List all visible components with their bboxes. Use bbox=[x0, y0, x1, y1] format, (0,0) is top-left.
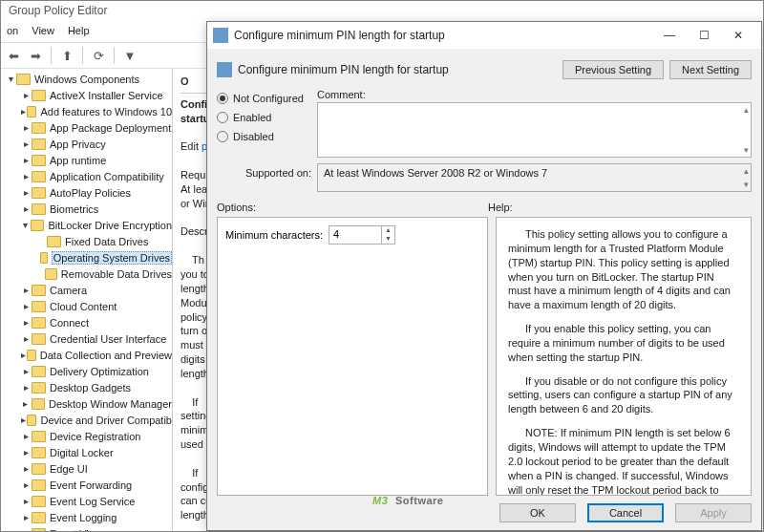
ok-button[interactable]: OK bbox=[499, 503, 576, 522]
previous-setting-button[interactable]: Previous Setting bbox=[562, 60, 664, 79]
radio-not-configured[interactable]: Not Configured bbox=[217, 93, 317, 104]
tree-item[interactable]: ▸Data Collection and Preview bbox=[1, 347, 172, 363]
menu-help[interactable]: Help bbox=[68, 25, 90, 40]
tree-bitlocker[interactable]: ▾BitLocker Drive Encryption bbox=[1, 217, 172, 233]
tree-item[interactable]: ▸Event Viewer bbox=[1, 525, 172, 531]
tree-item[interactable]: ▸Add features to Windows 10 bbox=[1, 103, 172, 119]
tree-item-selected[interactable]: Operating System Drives bbox=[1, 249, 172, 266]
help-panel: This policy setting allows you to config… bbox=[496, 217, 752, 496]
tree-item[interactable]: ▸Edge UI bbox=[1, 460, 172, 477]
tree-item[interactable]: ▸Camera bbox=[1, 282, 172, 298]
spin-up-icon[interactable]: ▲ bbox=[382, 226, 394, 235]
back-icon[interactable]: ⬅ bbox=[5, 47, 22, 64]
tree-item[interactable]: ▸App Privacy bbox=[1, 136, 172, 152]
options-panel: Minimum characters: 4 ▲▼ bbox=[217, 217, 488, 496]
maximize-button[interactable]: ☐ bbox=[687, 25, 721, 46]
tree-item[interactable]: Removable Data Drives bbox=[1, 266, 172, 282]
cancel-button[interactable]: Cancel bbox=[587, 503, 664, 522]
help-label: Help: bbox=[488, 202, 752, 213]
policy-name: Configure minimum PIN length for startup bbox=[238, 63, 562, 76]
tree-item[interactable]: ▸ActiveX Installer Service bbox=[1, 87, 172, 103]
tree-item[interactable]: ▸App runtime bbox=[1, 152, 172, 168]
minchars-value[interactable]: 4 bbox=[329, 226, 381, 244]
next-setting-button[interactable]: Next Setting bbox=[669, 60, 752, 79]
tree-item[interactable]: ▸Device and Driver Compatib bbox=[1, 412, 172, 428]
tree-item[interactable]: ▸Desktop Gadgets bbox=[1, 379, 172, 395]
supported-on-box: At least Windows Server 2008 R2 or Windo… bbox=[317, 163, 752, 192]
minchars-label: Minimum characters: bbox=[225, 229, 323, 241]
comment-textarea[interactable]: ▴▾ bbox=[317, 102, 752, 158]
tree-item[interactable]: ▸Cloud Content bbox=[1, 298, 172, 314]
close-button[interactable]: ✕ bbox=[721, 25, 755, 46]
tree-item[interactable]: ▸Event Logging bbox=[1, 509, 172, 525]
up-icon[interactable]: ⬆ bbox=[58, 47, 75, 64]
dialog-titlebar[interactable]: Configure minimum PIN length for startup… bbox=[207, 22, 761, 49]
policy-dialog: Configure minimum PIN length for startup… bbox=[206, 21, 762, 531]
supported-label: Supported on: bbox=[217, 163, 317, 179]
main-window-title: Group Policy Editor bbox=[1, 1, 763, 23]
tree-item[interactable]: Fixed Data Drives bbox=[1, 233, 172, 249]
tree-item[interactable]: ▸Digital Locker bbox=[1, 444, 172, 460]
tree-item[interactable]: ▸Application Compatibility bbox=[1, 168, 172, 184]
refresh-icon[interactable]: ⟳ bbox=[90, 47, 107, 64]
dialog-icon bbox=[213, 28, 228, 43]
options-label: Options: bbox=[217, 202, 488, 213]
tree-item[interactable]: ▸Delivery Optimization bbox=[1, 363, 172, 379]
tree-item[interactable]: ▸Connect bbox=[1, 314, 172, 330]
minimize-button[interactable]: — bbox=[652, 25, 687, 46]
radio-enabled[interactable]: Enabled bbox=[217, 112, 317, 123]
tree-root[interactable]: ▾Windows Components bbox=[1, 71, 172, 87]
comment-label: Comment: bbox=[317, 89, 752, 100]
dialog-title: Configure minimum PIN length for startup bbox=[234, 29, 652, 42]
spin-down-icon[interactable]: ▼ bbox=[382, 235, 394, 244]
tree-item[interactable]: ▸AutoPlay Policies bbox=[1, 184, 172, 201]
forward-icon[interactable]: ➡ bbox=[27, 47, 44, 64]
menu-action[interactable]: on bbox=[7, 25, 18, 40]
policy-icon bbox=[217, 62, 232, 77]
tree-view[interactable]: ▾Windows Components ▸ActiveX Installer S… bbox=[1, 69, 173, 531]
tree-item[interactable]: ▸Device Registration bbox=[1, 428, 172, 444]
tree-item[interactable]: ▸Biometrics bbox=[1, 201, 172, 217]
apply-button[interactable]: Apply bbox=[675, 503, 752, 522]
tree-item[interactable]: ▸Event Forwarding bbox=[1, 477, 172, 493]
tree-item[interactable]: ▸Event Log Service bbox=[1, 493, 172, 509]
menu-view[interactable]: View bbox=[32, 25, 54, 40]
tree-item[interactable]: ▸App Package Deployment bbox=[1, 119, 172, 136]
minchars-spinner[interactable]: 4 ▲▼ bbox=[329, 225, 395, 245]
tree-item[interactable]: ▸Desktop Window Manager bbox=[1, 395, 172, 412]
tree-item[interactable]: ▸Credential User Interface bbox=[1, 330, 172, 347]
filter-icon[interactable]: ▼ bbox=[121, 47, 138, 64]
radio-disabled[interactable]: Disabled bbox=[217, 131, 317, 142]
